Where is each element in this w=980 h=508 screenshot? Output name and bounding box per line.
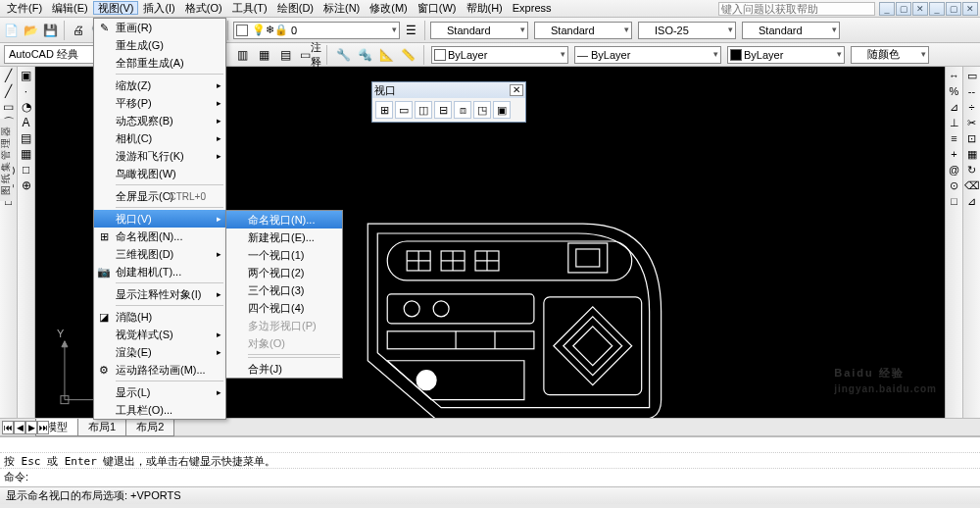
tool-icon[interactable]: ▭ [2, 100, 16, 114]
menu-item[interactable]: 格式(O) [180, 1, 227, 15]
tab-nav-button[interactable]: ◀ [14, 421, 25, 434]
submenu-entry[interactable]: 三个视口(3) [226, 281, 342, 299]
tool-icon[interactable]: ▣ [20, 69, 33, 82]
viewport-toolbar[interactable]: 视口 ✕ ⊞▭◫⊟⧈◳▣ [371, 81, 526, 123]
tool-icon[interactable]: ╱ [2, 84, 16, 98]
submenu-entry[interactable]: 四个视口(4) [226, 299, 342, 317]
tool-icon[interactable]: ↔ [948, 69, 961, 82]
menu-entry[interactable]: 全部重生成(A) [94, 54, 225, 72]
anno-toggle-icon[interactable]: ▭ 注释 [302, 46, 319, 64]
submenu-entry[interactable]: 合并(J) [226, 360, 342, 378]
menu-entry[interactable]: 漫游和飞行(K) [94, 147, 225, 165]
tool-icon[interactable]: ╱ [2, 69, 16, 82]
menu-entry[interactable]: 工具栏(O)... [94, 401, 225, 419]
menu-entry[interactable]: 相机(C) [94, 129, 225, 147]
tool1-icon[interactable]: ▦ [255, 46, 272, 64]
menu-item[interactable]: 工具(T) [227, 1, 272, 15]
tool-icon[interactable]: + [948, 147, 961, 161]
submenu-entry[interactable]: 一个视口(1) [226, 246, 342, 264]
tool-icon[interactable]: A [20, 116, 33, 129]
tool-icon[interactable]: ⊡ [965, 131, 979, 145]
tool-icon[interactable]: ◔ [20, 100, 33, 114]
property-combo[interactable]: ByLayer [431, 46, 568, 64]
property-combo[interactable]: 随颜色 [851, 46, 929, 64]
property-combo[interactable]: ByLayer [727, 46, 845, 64]
layer-props-icon[interactable]: ☰ [402, 22, 419, 39]
tool-icon[interactable]: ≡ [948, 131, 961, 145]
property-combo[interactable]: —ByLayer [574, 46, 721, 64]
plot-icon[interactable]: 🖨 [70, 22, 87, 39]
menu-entry[interactable]: 视口(V) [94, 210, 225, 228]
menu-item[interactable]: 帮助(H) [462, 1, 508, 15]
tool-icon[interactable]: ⌫ [965, 178, 979, 192]
tool-icon[interactable]: □ [948, 194, 961, 208]
menu-entry[interactable]: 全屏显示(C) [94, 187, 225, 205]
viewport-toolbar-title[interactable]: 视口 ✕ [372, 82, 525, 98]
window-button[interactable]: ▢ [946, 2, 961, 16]
menu-entry[interactable]: 📷创建相机(T)... [94, 263, 225, 280]
open-icon[interactable]: 📂 [22, 22, 39, 39]
menu-item[interactable]: 修改(M) [365, 1, 413, 15]
view-menu-dropdown[interactable]: ✎重画(R)重生成(G)全部重生成(A)缩放(Z)平移(P)动态观察(B)相机(… [93, 18, 226, 420]
tool-icon[interactable]: ▭ [965, 69, 979, 82]
x2-icon[interactable]: 🔩 [356, 46, 373, 64]
menu-item[interactable]: 标注(N) [318, 1, 365, 15]
submenu-entry[interactable]: 新建视口(E)... [226, 229, 342, 246]
close-icon[interactable]: ✕ [510, 84, 523, 96]
tab-nav-button[interactable]: ⏮ [2, 421, 14, 434]
tool-icon[interactable]: ⊿ [965, 194, 979, 208]
menu-entry[interactable]: ⚙运动路径动画(M)... [94, 361, 225, 379]
menu-item[interactable]: Express [508, 1, 557, 15]
menu-item[interactable]: 插入(I) [138, 1, 179, 15]
window-button[interactable]: ▢ [896, 2, 911, 16]
menu-entry[interactable]: 平移(P) [94, 94, 225, 112]
tool-icon[interactable]: ▤ [20, 131, 33, 145]
tool-icon[interactable]: ↻ [965, 163, 979, 177]
viewport-submenu[interactable]: 命名视口(N)...新建视口(E)...一个视口(1)两个视口(2)三个视口(3… [225, 210, 343, 379]
tool-icon[interactable]: □ [20, 163, 33, 177]
menu-entry[interactable]: 缩放(Z) [94, 76, 225, 94]
x3-icon[interactable]: 📐 [377, 46, 395, 64]
menu-item[interactable]: 绘图(D) [272, 1, 318, 15]
tool-icon[interactable]: ⊥ [948, 116, 961, 129]
layout-tab[interactable]: 布局2 [125, 419, 174, 436]
viewport-tool-icon[interactable]: ⊞ [375, 101, 393, 119]
menu-entry[interactable]: ◪消隐(H) [94, 308, 225, 326]
submenu-entry[interactable]: 命名视口(N)... [226, 211, 342, 229]
command-area[interactable]: 按 Esc 或 Enter 键退出，或单击右键显示快捷菜单。 命令: [0, 435, 980, 486]
menu-entry[interactable]: 动态观察(B) [94, 112, 225, 129]
window-button[interactable]: _ [929, 2, 945, 16]
viewport-tool-icon[interactable]: ◳ [473, 101, 491, 119]
tool-icon[interactable]: ▦ [20, 147, 33, 161]
tool-icon[interactable]: % [948, 84, 961, 98]
layout-tab[interactable]: 布局1 [77, 419, 126, 436]
style-combo[interactable]: Standard [430, 22, 528, 39]
tool2-icon[interactable]: ▤ [276, 46, 294, 64]
tool-icon[interactable]: ⊙ [948, 178, 961, 192]
help-search-input[interactable] [718, 2, 875, 16]
x1-icon[interactable]: 🔧 [334, 46, 352, 64]
menu-entry[interactable]: 鸟瞰视图(W) [94, 165, 225, 182]
menu-entry[interactable]: ⊞命名视图(N)... [94, 228, 225, 245]
tool-icon[interactable]: -- [965, 84, 979, 98]
tool-icon[interactable]: ⊕ [20, 178, 33, 192]
menu-entry[interactable]: ✎重画(R) [94, 19, 225, 36]
x4-icon[interactable]: 📏 [399, 46, 416, 64]
tab-nav-button[interactable]: ▶ [25, 421, 37, 434]
save-icon[interactable]: 💾 [41, 22, 59, 39]
menu-entry[interactable]: 渲染(E) [94, 343, 225, 361]
menu-item[interactable]: 窗口(W) [413, 1, 462, 15]
viewport-tool-icon[interactable]: ◫ [415, 101, 432, 119]
window-button[interactable]: _ [879, 2, 895, 16]
tool-icon[interactable]: ▦ [965, 147, 979, 161]
viewport-tool-icon[interactable]: ▭ [395, 101, 413, 119]
new-icon[interactable]: 📄 [2, 22, 20, 39]
style-combo[interactable]: Standard [534, 22, 632, 39]
menu-item[interactable]: 编辑(E) [47, 1, 93, 15]
menu-item[interactable]: 文件(F) [2, 1, 47, 15]
command-input-line[interactable]: 命令: [0, 469, 980, 485]
tool-icon[interactable]: @ [948, 163, 961, 177]
tab-nav-button[interactable]: ⏭ [37, 421, 49, 434]
tool-icon[interactable]: ✂ [965, 116, 979, 129]
help-search[interactable] [718, 2, 875, 16]
